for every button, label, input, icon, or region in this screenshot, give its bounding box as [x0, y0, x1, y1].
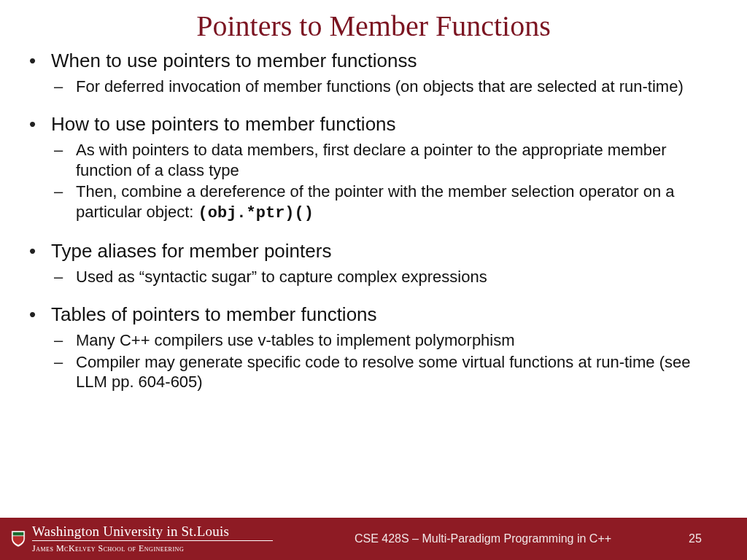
dash-marker: – — [54, 140, 76, 160]
bullet-item: • How to use pointers to member function… — [29, 112, 724, 223]
sub-item: – For deferred invocation of member func… — [29, 77, 724, 97]
slide-title: Pointers to Member Functions — [0, 0, 747, 49]
bullet-item: • When to use pointers to member functio… — [29, 49, 724, 96]
bullet-heading: When to use pointers to member functions… — [51, 49, 417, 73]
sub-text: Then, combine a dereference of the point… — [76, 182, 724, 223]
dash-marker: – — [54, 77, 76, 97]
course-label: CSE 428S – Multi-Paradigm Programming in… — [277, 532, 689, 545]
slide-footer: Washington University in St.Louis James … — [0, 518, 747, 560]
bullet-heading: How to use pointers to member functions — [51, 112, 396, 136]
slide-content: • When to use pointers to member functio… — [0, 49, 747, 392]
sub-text: Used as “syntactic sugar” to capture com… — [76, 267, 487, 287]
bullet-heading: Tables of pointers to member functions — [51, 303, 377, 327]
dash-marker: – — [54, 182, 76, 202]
bullet-marker: • — [29, 303, 51, 327]
bullet-marker: • — [29, 112, 51, 137]
sub-item: – Then, combine a dereference of the poi… — [29, 182, 724, 223]
sub-item: – As with pointers to data members, firs… — [29, 140, 724, 180]
bullet-item: • Type aliases for member pointers – Use… — [29, 239, 724, 287]
sub-text: For deferred invocation of member functi… — [76, 77, 684, 97]
dash-marker: – — [54, 352, 76, 373]
shield-icon — [10, 529, 26, 548]
dash-marker: – — [54, 330, 76, 351]
page-number: 25 — [689, 532, 747, 545]
dash-marker: – — [54, 267, 76, 287]
code-snippet: (obj.*ptr)() — [198, 204, 314, 222]
footer-brand: Washington University in St.Louis James … — [0, 524, 277, 554]
bullet-marker: • — [29, 239, 51, 264]
sub-item: – Many C++ compilers use v-tables to imp… — [29, 330, 724, 351]
bullet-item: • Tables of pointers to member functions… — [29, 303, 724, 392]
bullet-heading: Type aliases for member pointers — [51, 239, 331, 263]
sub-text: Many C++ compilers use v-tables to imple… — [76, 330, 515, 351]
sub-text: As with pointers to data members, first … — [76, 140, 724, 180]
divider — [32, 540, 273, 541]
school-name: James McKelvey School of Engineering — [32, 543, 273, 554]
bullet-marker: • — [29, 49, 51, 74]
slide: Pointers to Member Functions • When to u… — [0, 0, 747, 560]
sub-item: – Used as “syntactic sugar” to capture c… — [29, 267, 724, 287]
university-name: Washington University in St.Louis — [32, 524, 273, 538]
sub-text: Compiler may generate specific code to r… — [76, 352, 724, 392]
svg-rect-0 — [13, 532, 24, 536]
sub-item: – Compiler may generate specific code to… — [29, 352, 724, 392]
